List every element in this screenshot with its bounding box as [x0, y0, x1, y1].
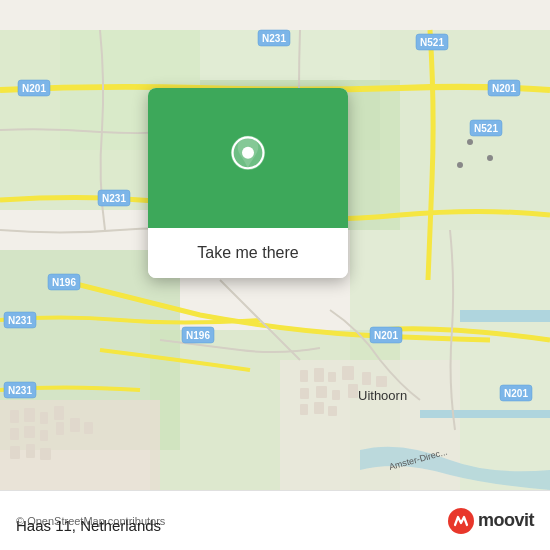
svg-text:N521: N521	[420, 37, 444, 48]
svg-rect-22	[300, 404, 308, 415]
svg-rect-12	[300, 370, 308, 382]
svg-text:N231: N231	[262, 33, 286, 44]
moovit-text: moovit	[478, 510, 534, 531]
svg-rect-14	[328, 372, 336, 382]
svg-rect-28	[54, 406, 64, 420]
svg-text:N231: N231	[102, 193, 126, 204]
svg-rect-26	[24, 408, 35, 422]
svg-text:Uithoorn: Uithoorn	[358, 388, 407, 403]
svg-text:N196: N196	[52, 277, 76, 288]
svg-rect-11	[420, 410, 550, 418]
location-name: Haas 11, Netherlands	[16, 517, 161, 534]
svg-rect-19	[348, 384, 358, 398]
svg-rect-27	[40, 412, 48, 424]
map-container: N201 N201 N231 N231 N201 N231 N231 N521 …	[0, 0, 550, 550]
svg-text:N521: N521	[474, 123, 498, 134]
moovit-logo: moovit	[447, 507, 534, 535]
svg-rect-4	[380, 30, 550, 230]
svg-rect-21	[376, 376, 387, 387]
moovit-logo-icon	[447, 507, 475, 535]
svg-rect-31	[40, 430, 48, 441]
svg-rect-23	[314, 402, 324, 414]
svg-rect-33	[26, 444, 35, 458]
svg-point-68	[457, 162, 463, 168]
svg-text:N196: N196	[186, 330, 210, 341]
svg-rect-24	[328, 406, 337, 416]
svg-point-66	[467, 139, 473, 145]
svg-rect-13	[314, 368, 324, 382]
svg-rect-32	[10, 446, 20, 459]
svg-text:N201: N201	[492, 83, 516, 94]
svg-rect-29	[10, 428, 19, 440]
svg-text:N231: N231	[8, 385, 32, 396]
svg-rect-36	[70, 418, 80, 432]
svg-rect-10	[460, 310, 550, 322]
svg-text:N201: N201	[22, 83, 46, 94]
svg-point-67	[487, 155, 493, 161]
svg-rect-17	[316, 386, 327, 398]
svg-rect-34	[40, 448, 51, 460]
svg-rect-35	[56, 422, 64, 435]
svg-rect-30	[24, 426, 35, 438]
popup-green-area	[148, 88, 348, 228]
svg-rect-16	[300, 388, 309, 399]
svg-rect-20	[362, 372, 371, 385]
svg-rect-37	[84, 422, 93, 434]
location-pin-icon	[224, 134, 272, 182]
svg-text:N201: N201	[504, 388, 528, 399]
popup-card: Take me there	[148, 88, 348, 278]
bottom-bar: © OpenStreetMap contributors Haas 11, Ne…	[0, 490, 550, 550]
svg-rect-25	[10, 410, 19, 423]
svg-rect-15	[342, 366, 354, 380]
take-me-there-button[interactable]: Take me there	[148, 228, 348, 278]
svg-rect-18	[332, 390, 340, 400]
svg-text:N231: N231	[8, 315, 32, 326]
svg-text:N201: N201	[374, 330, 398, 341]
